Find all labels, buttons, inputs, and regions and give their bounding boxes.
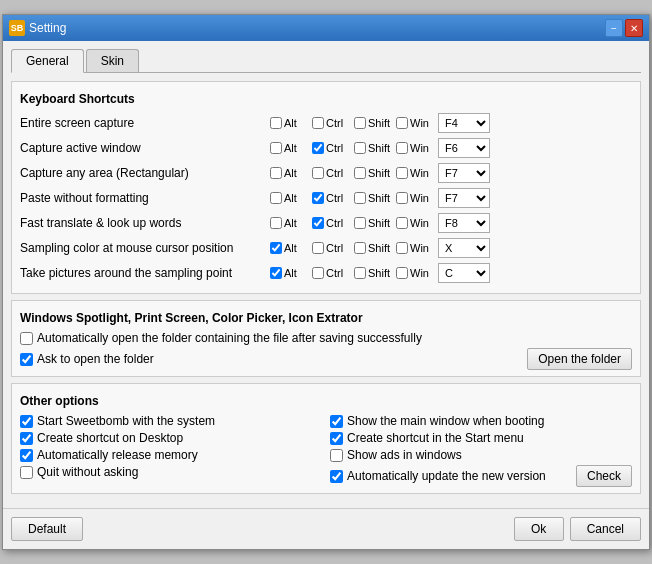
cb-quit-without[interactable] xyxy=(20,466,33,479)
mod-shift-label-1: Shift xyxy=(368,117,392,129)
mod-alt-label-2: Alt xyxy=(284,142,308,154)
tab-general[interactable]: General xyxy=(11,49,84,73)
mod-shift-label-7: Shift xyxy=(368,267,392,279)
other-section-title: Other options xyxy=(20,394,632,408)
label-shortcut-start: Create shortcut in the Start menu xyxy=(347,431,524,445)
kb-row-paste: Paste without formatting Alt Ctrl Shift xyxy=(20,187,632,209)
label-main-window: Show the main window when booting xyxy=(347,414,544,428)
mod-alt-label-4: Alt xyxy=(284,192,308,204)
mod-ctrl-label-1: Ctrl xyxy=(326,117,350,129)
cb-ctrl-4[interactable] xyxy=(312,192,324,204)
key-select-7[interactable]: CABD xyxy=(438,263,490,283)
cb-win-4[interactable] xyxy=(396,192,408,204)
other-left-2: Automatically release memory xyxy=(20,448,322,462)
cb-alt-3[interactable] xyxy=(270,167,282,179)
kb-row-active-window: Capture active window Alt Ctrl Shift xyxy=(20,137,632,159)
cb-shift-5[interactable] xyxy=(354,217,366,229)
cb-ctrl-1[interactable] xyxy=(312,117,324,129)
cb-alt-7[interactable] xyxy=(270,267,282,279)
ask-open-label: Ask to open the folder xyxy=(37,352,154,366)
other-right-3: Automatically update the new version Che… xyxy=(330,465,632,487)
mod-shift-label-6: Shift xyxy=(368,242,392,254)
kb-label-translate: Fast translate & look up words xyxy=(20,216,270,230)
cb-shortcut-start[interactable] xyxy=(330,432,343,445)
mod-win-label-6: Win xyxy=(410,242,434,254)
cb-ctrl-2[interactable] xyxy=(312,142,324,154)
mod-shift-6: Shift xyxy=(354,242,392,254)
default-button[interactable]: Default xyxy=(11,517,83,541)
key-select-2[interactable]: F6F1F2F3F4F5F7F8 xyxy=(438,138,490,158)
key-select-5[interactable]: F8F1F2F3F4F5F6F7 xyxy=(438,213,490,233)
cb-main-window[interactable] xyxy=(330,415,343,428)
cb-win-6[interactable] xyxy=(396,242,408,254)
other-right-col: Show the main window when booting Create… xyxy=(330,414,632,487)
kb-label-entire-screen: Entire screen capture xyxy=(20,116,270,130)
cb-ask-open[interactable] xyxy=(20,353,33,366)
cb-ctrl-7[interactable] xyxy=(312,267,324,279)
ask-open-row: Ask to open the folder xyxy=(20,352,154,366)
key-select-3[interactable]: F7F1F2F3F4F5F6F8 xyxy=(438,163,490,183)
mod-alt-6: Alt xyxy=(270,242,308,254)
mod-alt-label-7: Alt xyxy=(284,267,308,279)
mod-alt-label-5: Alt xyxy=(284,217,308,229)
mod-ctrl-label-7: Ctrl xyxy=(326,267,350,279)
cb-shortcut-desktop[interactable] xyxy=(20,432,33,445)
cb-release-memory[interactable] xyxy=(20,449,33,462)
cb-alt-2[interactable] xyxy=(270,142,282,154)
cb-shift-7[interactable] xyxy=(354,267,366,279)
mod-ctrl-label-4: Ctrl xyxy=(326,192,350,204)
cb-ctrl-3[interactable] xyxy=(312,167,324,179)
close-button[interactable]: ✕ xyxy=(625,19,643,37)
cb-shift-4[interactable] xyxy=(354,192,366,204)
mod-ctrl-7: Ctrl xyxy=(312,267,350,279)
spotlight-bottom: Ask to open the folder Open the folder xyxy=(20,348,632,370)
window-title: Setting xyxy=(29,21,66,35)
cb-shift-3[interactable] xyxy=(354,167,366,179)
cb-shift-6[interactable] xyxy=(354,242,366,254)
cb-start-system[interactable] xyxy=(20,415,33,428)
cb-win-2[interactable] xyxy=(396,142,408,154)
key-select-1[interactable]: F4F1F2F3F5F6F7F8 xyxy=(438,113,490,133)
mod-alt-label-1: Alt xyxy=(284,117,308,129)
cb-ctrl-5[interactable] xyxy=(312,217,324,229)
tab-skin[interactable]: Skin xyxy=(86,49,139,72)
cb-win-1[interactable] xyxy=(396,117,408,129)
mod-alt-1: Alt xyxy=(270,117,308,129)
cb-auto-update[interactable] xyxy=(330,470,343,483)
cb-alt-5[interactable] xyxy=(270,217,282,229)
cb-win-3[interactable] xyxy=(396,167,408,179)
mod-win-3: Win xyxy=(396,167,434,179)
cb-auto-open[interactable] xyxy=(20,332,33,345)
label-quit-without: Quit without asking xyxy=(37,465,138,479)
cb-ctrl-6[interactable] xyxy=(312,242,324,254)
cb-win-7[interactable] xyxy=(396,267,408,279)
cb-shift-2[interactable] xyxy=(354,142,366,154)
open-folder-button[interactable]: Open the folder xyxy=(527,348,632,370)
mod-win-label-5: Win xyxy=(410,217,434,229)
key-select-6[interactable]: XABCD xyxy=(438,238,490,258)
cancel-button[interactable]: Cancel xyxy=(570,517,641,541)
cb-shift-1[interactable] xyxy=(354,117,366,129)
mod-ctrl-label-3: Ctrl xyxy=(326,167,350,179)
ok-button[interactable]: Ok xyxy=(514,517,564,541)
mod-ctrl-6: Ctrl xyxy=(312,242,350,254)
cb-show-ads[interactable] xyxy=(330,449,343,462)
check-button[interactable]: Check xyxy=(576,465,632,487)
mod-shift-label-3: Shift xyxy=(368,167,392,179)
mod-win-label-2: Win xyxy=(410,142,434,154)
cb-alt-4[interactable] xyxy=(270,192,282,204)
mod-win-label-3: Win xyxy=(410,167,434,179)
label-release-memory: Automatically release memory xyxy=(37,448,198,462)
mod-shift-5: Shift xyxy=(354,217,392,229)
mod-win-label-4: Win xyxy=(410,192,434,204)
key-select-4[interactable]: F7F1F2F3F4F5F6F8 xyxy=(438,188,490,208)
cb-alt-1[interactable] xyxy=(270,117,282,129)
footer-right: Ok Cancel xyxy=(514,517,641,541)
other-left-0: Start Sweetbomb with the system xyxy=(20,414,322,428)
cb-win-5[interactable] xyxy=(396,217,408,229)
mod-win-2: Win xyxy=(396,142,434,154)
minimize-button[interactable]: − xyxy=(605,19,623,37)
cb-alt-6[interactable] xyxy=(270,242,282,254)
mod-ctrl-5: Ctrl xyxy=(312,217,350,229)
kb-modifiers-3: Alt Ctrl Shift Win F7F1F2 xyxy=(270,163,632,183)
